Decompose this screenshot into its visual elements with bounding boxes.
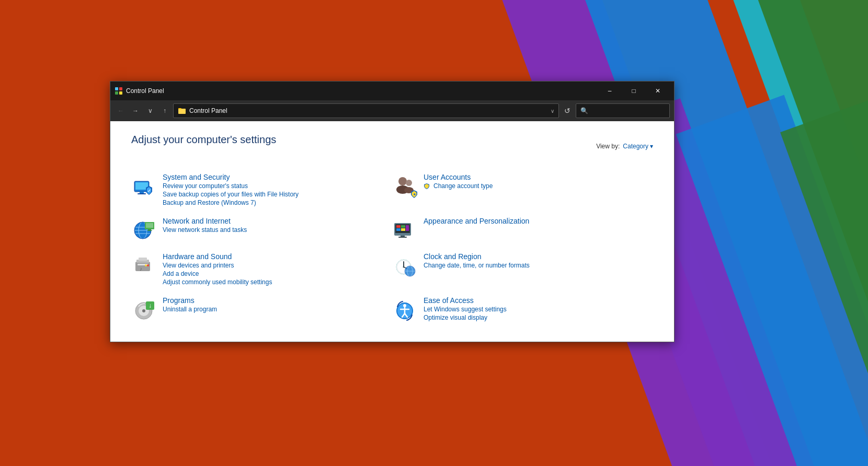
address-field[interactable]: Control Panel ∨ xyxy=(173,103,559,118)
address-text: Control Panel xyxy=(189,107,547,114)
category-hardware-sound: ♪ Hardware and Sound View devices and pr… xyxy=(131,250,392,288)
addressbar: ← → ∨ ↑ Control Panel ∨ ↺ 🔍 xyxy=(110,100,674,121)
user-accounts-link-1[interactable]: Change account type xyxy=(424,182,493,190)
programs-icon: ↓ xyxy=(131,296,156,321)
svg-rect-32 xyxy=(401,228,405,231)
appearance-text: Appearance and Personalization xyxy=(424,217,529,225)
svg-rect-30 xyxy=(401,225,405,228)
clock-region-link-1[interactable]: Change date, time, or number formats xyxy=(424,262,530,269)
view-by-dropdown[interactable]: Category ▾ xyxy=(623,143,653,150)
page-title: Adjust your computer's settings xyxy=(131,134,276,146)
window-title: Control Panel xyxy=(126,87,598,95)
svg-point-57 xyxy=(142,309,145,312)
svg-rect-2 xyxy=(115,91,118,95)
svg-rect-26 xyxy=(147,230,152,231)
window-controls: – □ ✕ xyxy=(598,81,670,100)
forward-button[interactable]: → xyxy=(129,104,142,117)
search-field[interactable]: 🔍 xyxy=(576,103,670,118)
svg-rect-25 xyxy=(148,229,151,230)
titlebar: Control Panel – □ ✕ xyxy=(110,81,674,100)
svg-rect-24 xyxy=(146,223,153,228)
programs-text: Programs Uninstall a program xyxy=(163,296,217,313)
network-internet-text: Network and Internet View network status… xyxy=(163,217,247,234)
category-clock-region: Clock and Region Change date, time, or n… xyxy=(392,250,653,288)
content-area: Adjust your computer's settings View by:… xyxy=(110,121,674,342)
programs-title[interactable]: Programs xyxy=(163,296,217,305)
svg-rect-39 xyxy=(139,258,147,261)
user-accounts-text: User Accounts Change account type xyxy=(424,173,493,190)
category-network-internet: Network and Internet View network status… xyxy=(131,215,392,244)
svg-rect-9 xyxy=(140,192,144,193)
address-dropdown-icon[interactable]: ∨ xyxy=(551,108,554,114)
search-icon: 🔍 xyxy=(580,107,588,114)
system-security-link-2[interactable]: Save backup copies of your files with Fi… xyxy=(163,191,299,198)
hardware-sound-icon: ♪ xyxy=(131,252,156,277)
ease-of-access-link-2[interactable]: Optimize visual display xyxy=(424,314,507,321)
shield-icon xyxy=(424,183,430,189)
view-by-label: View by: xyxy=(596,143,620,150)
ease-of-access-title[interactable]: Ease of Access xyxy=(424,296,507,305)
folder-icon xyxy=(178,107,186,115)
control-panel-window: Control Panel – □ ✕ ← → ∨ ↑ Control Pane… xyxy=(110,81,675,342)
svg-text:♪: ♪ xyxy=(140,266,142,272)
category-appearance: Appearance and Personalization xyxy=(392,215,653,244)
close-button[interactable]: ✕ xyxy=(646,81,670,100)
hardware-sound-link-1[interactable]: View devices and printers xyxy=(163,262,272,269)
category-user-accounts: ★ User Accounts Change account type xyxy=(392,171,653,208)
svg-text:✓: ✓ xyxy=(147,189,151,193)
svg-rect-10 xyxy=(138,193,146,194)
hardware-sound-text: Hardware and Sound View devices and prin… xyxy=(163,252,272,286)
categories-grid: ✓ System and Security Review your comput… xyxy=(131,171,653,323)
svg-rect-36 xyxy=(135,262,150,271)
programs-link-1[interactable]: Uninstall a program xyxy=(163,306,217,313)
window-icon xyxy=(115,87,123,95)
dropdown-button[interactable]: ∨ xyxy=(144,104,156,117)
user-accounts-title[interactable]: User Accounts xyxy=(424,173,493,181)
category-system-security: ✓ System and Security Review your comput… xyxy=(131,171,392,208)
system-security-title[interactable]: System and Security xyxy=(163,173,299,181)
svg-rect-1 xyxy=(119,87,122,90)
hardware-sound-link-2[interactable]: Add a device xyxy=(163,270,272,277)
svg-text:↓: ↓ xyxy=(149,302,152,309)
network-internet-link-1[interactable]: View network status and tasks xyxy=(163,226,247,234)
svg-rect-35 xyxy=(398,237,407,238)
back-button[interactable]: ← xyxy=(115,104,127,117)
svg-rect-0 xyxy=(115,87,118,90)
svg-rect-4 xyxy=(178,109,186,114)
ease-of-access-icon xyxy=(392,296,417,321)
maximize-button[interactable]: □ xyxy=(622,81,646,100)
hardware-sound-link-3[interactable]: Adjust commonly used mobility settings xyxy=(163,278,272,286)
system-security-link-3[interactable]: Backup and Restore (Windows 7) xyxy=(163,199,299,206)
hardware-sound-title[interactable]: Hardware and Sound xyxy=(163,252,272,261)
svg-rect-3 xyxy=(119,91,122,95)
appearance-title[interactable]: Appearance and Personalization xyxy=(424,217,529,225)
svg-point-12 xyxy=(398,177,407,185)
up-button[interactable]: ↑ xyxy=(158,104,171,117)
appearance-icon xyxy=(392,217,417,242)
user-accounts-icon: ★ xyxy=(392,173,417,198)
clock-region-text: Clock and Region Change date, time, or n… xyxy=(424,252,530,269)
svg-point-41 xyxy=(145,264,147,266)
network-internet-title[interactable]: Network and Internet xyxy=(163,217,247,225)
clock-region-icon xyxy=(392,252,417,277)
system-security-text: System and Security Review your computer… xyxy=(163,173,299,206)
svg-point-40 xyxy=(147,264,149,266)
system-security-link-1[interactable]: Review your computer's status xyxy=(163,182,299,190)
svg-rect-31 xyxy=(396,228,401,231)
svg-point-14 xyxy=(406,180,412,186)
ease-of-access-link-1[interactable]: Let Windows suggest settings xyxy=(424,306,507,313)
clock-region-title[interactable]: Clock and Region xyxy=(424,252,530,261)
system-security-icon: ✓ xyxy=(131,173,156,198)
network-internet-icon xyxy=(131,217,156,242)
svg-rect-29 xyxy=(396,225,401,228)
view-by-chevron-icon: ▾ xyxy=(650,143,653,150)
category-programs: ↓ Programs Uninstall a program xyxy=(131,294,392,323)
category-ease-of-access: Ease of Access Let Windows suggest setti… xyxy=(392,294,653,323)
svg-rect-34 xyxy=(401,236,405,237)
refresh-button[interactable]: ↺ xyxy=(561,104,574,117)
svg-rect-33 xyxy=(406,225,409,231)
ease-of-access-text: Ease of Access Let Windows suggest setti… xyxy=(424,296,507,321)
svg-rect-5 xyxy=(178,108,181,109)
minimize-button[interactable]: – xyxy=(598,81,622,100)
